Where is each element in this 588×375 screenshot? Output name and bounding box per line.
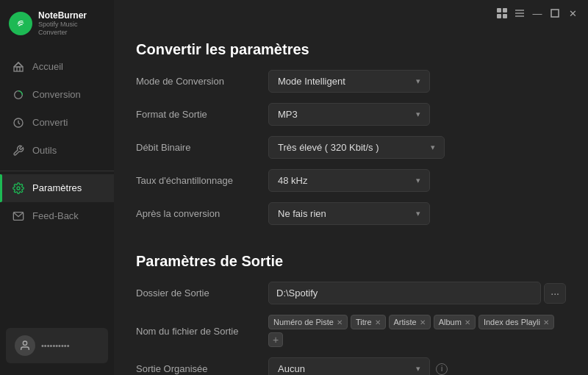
conversion-section-title: Convertir les paramètres — [136, 26, 566, 70]
wrench-icon — [12, 144, 25, 157]
sidebar-item-outils-label: Outils — [32, 145, 57, 156]
sidebar-item-accueil[interactable]: Accueil — [0, 53, 114, 81]
app-subtitle: Spotify Music Converter — [38, 21, 105, 37]
sidebar-item-parametres-label: Paramètres — [32, 182, 82, 193]
debit-binaire-dropdown[interactable]: Très élevé ( 320 Kbit/s ) ▾ — [268, 136, 445, 159]
sync-icon — [12, 88, 25, 101]
chevron-down-icon: ▾ — [416, 110, 420, 119]
user-area[interactable]: •••••••••• — [6, 328, 108, 363]
sidebar-item-feedback-label: Feed-Back — [32, 210, 79, 221]
svg-rect-1 — [14, 67, 23, 71]
mode-conversion-row: Mode de Conversion Mode Intelligent ▾ — [136, 70, 566, 93]
sidebar: NoteBurner Spotify Music Converter Accue… — [0, 0, 114, 375]
taux-echantillonnage-value: 48 kHz — [278, 175, 307, 186]
tag-numero-piste-close[interactable]: ✕ — [337, 318, 343, 326]
sidebar-item-feedback[interactable]: Feed-Back — [0, 202, 114, 230]
nom-fichier-label: Nom du fichier de Sortie — [136, 326, 268, 337]
browse-folder-button[interactable]: ··· — [544, 283, 566, 304]
sidebar-item-conversion-label: Conversion — [32, 89, 81, 100]
mode-conversion-value: Mode Intelligent — [278, 76, 345, 87]
tag-album: Album ✕ — [434, 315, 476, 329]
sidebar-nav: Accueil Conversion Converti — [0, 47, 114, 316]
tags-container: Numéro de Piste ✕ Titre ✕ Artiste ✕ Albu… — [268, 315, 566, 347]
format-sortie-dropdown[interactable]: MP3 ▾ — [268, 103, 430, 126]
output-section-title: Paramètres de Sortie — [136, 235, 566, 282]
dossier-sortie-label: Dossier de Sortie — [136, 288, 268, 299]
window-controls: — ✕ — [495, 7, 579, 20]
sidebar-item-outils[interactable]: Outils — [0, 137, 114, 165]
apres-conversion-control: Ne fais rien ▾ — [268, 202, 566, 225]
dossier-sortie-control: D:\Spotify ··· — [268, 282, 566, 304]
info-icon[interactable]: i — [436, 363, 448, 375]
tag-album-close[interactable]: ✕ — [465, 318, 470, 326]
apres-conversion-value: Ne fais rien — [278, 208, 326, 219]
clock-icon — [12, 116, 25, 129]
sortie-organisee-dropdown[interactable]: Aucun ▾ — [268, 357, 430, 375]
tag-titre: Titre ✕ — [351, 315, 386, 329]
format-sortie-control: MP3 ▾ — [268, 103, 566, 126]
tag-index-playli-close[interactable]: ✕ — [543, 318, 549, 326]
tag-artiste-close[interactable]: ✕ — [420, 318, 426, 326]
mode-conversion-control: Mode Intelligent ▾ — [268, 70, 566, 93]
sidebar-item-accueil-label: Accueil — [32, 61, 63, 72]
folder-path-input[interactable]: D:\Spotify — [268, 282, 541, 304]
tag-numero-piste: Numéro de Piste ✕ — [268, 315, 348, 329]
sidebar-item-parametres[interactable]: Paramètres — [0, 174, 114, 202]
chevron-down-icon: ▾ — [416, 364, 420, 374]
debit-binaire-value: Très élevé ( 320 Kbit/s ) — [278, 142, 379, 153]
app-brand: NoteBurner Spotify Music Converter — [38, 10, 105, 37]
maximize-button[interactable] — [548, 7, 562, 20]
sortie-organisee-value: Aucun — [278, 363, 305, 374]
sidebar-item-conversion[interactable]: Conversion — [0, 81, 114, 109]
svg-rect-10 — [551, 10, 559, 17]
tag-titre-close[interactable]: ✕ — [375, 318, 381, 326]
svg-point-6 — [23, 341, 26, 345]
debit-binaire-control: Très élevé ( 320 Kbit/s ) ▾ — [268, 136, 566, 159]
menu-button[interactable] — [513, 7, 526, 20]
tag-artiste: Artiste ✕ — [389, 315, 431, 329]
nom-fichier-row: Nom du fichier de Sortie Numéro de Piste… — [136, 315, 566, 347]
tag-index-playli-label: Index des Playli — [484, 318, 540, 326]
sidebar-item-converti-label: Converti — [32, 117, 68, 128]
mode-conversion-dropdown[interactable]: Mode Intelligent ▾ — [268, 70, 430, 93]
folder-path-value: D:\Spotify — [276, 288, 318, 299]
add-tag-button[interactable]: + — [268, 332, 283, 347]
content-area: Convertir les paramètres Mode de Convers… — [114, 26, 588, 375]
minimize-button[interactable]: — — [531, 7, 544, 20]
debit-binaire-label: Débit Binaire — [136, 142, 268, 153]
app-logo — [9, 12, 32, 35]
titlebar: — ✕ — [114, 0, 588, 26]
app-name: NoteBurner — [38, 10, 105, 21]
tag-titre-label: Titre — [356, 318, 372, 326]
mail-icon — [12, 210, 25, 223]
sidebar-header: NoteBurner Spotify Music Converter — [0, 0, 114, 47]
chevron-down-icon: ▾ — [416, 176, 420, 185]
main-content: — ✕ Convertir les paramètres Mode de Con… — [114, 0, 588, 375]
tag-artiste-label: Artiste — [394, 318, 417, 326]
mode-conversion-label: Mode de Conversion — [136, 76, 268, 87]
chevron-down-icon: ▾ — [416, 209, 420, 218]
grid-view-button[interactable] — [495, 7, 509, 20]
format-sortie-value: MP3 — [278, 109, 298, 120]
taux-echantillonnage-dropdown[interactable]: 48 kHz ▾ — [268, 169, 430, 192]
sidebar-item-converti[interactable]: Converti — [0, 109, 114, 137]
nom-fichier-control: Numéro de Piste ✕ Titre ✕ Artiste ✕ Albu… — [268, 315, 566, 347]
svg-point-4 — [17, 187, 20, 190]
tag-album-label: Album — [439, 318, 462, 326]
sortie-organisee-control: Aucun ▾ i — [268, 357, 566, 375]
debit-binaire-row: Débit Binaire Très élevé ( 320 Kbit/s ) … — [136, 136, 566, 159]
sidebar-bottom: •••••••••• — [0, 316, 114, 375]
taux-echantillonnage-control: 48 kHz ▾ — [268, 169, 566, 192]
apres-conversion-dropdown[interactable]: Ne fais rien ▾ — [268, 202, 430, 225]
user-avatar — [15, 335, 35, 356]
home-icon — [12, 60, 25, 74]
close-button[interactable]: ✕ — [566, 7, 579, 20]
grid-icon — [497, 8, 507, 18]
format-sortie-row: Format de Sortie MP3 ▾ — [136, 103, 566, 126]
settings-icon — [12, 182, 25, 195]
chevron-down-icon: ▾ — [416, 76, 420, 86]
taux-echantillonnage-row: Taux d'échantillonnage 48 kHz ▾ — [136, 169, 566, 192]
tag-numero-piste-label: Numéro de Piste — [273, 318, 334, 326]
format-sortie-label: Format de Sortie — [136, 109, 268, 120]
user-name: •••••••••• — [41, 341, 70, 350]
